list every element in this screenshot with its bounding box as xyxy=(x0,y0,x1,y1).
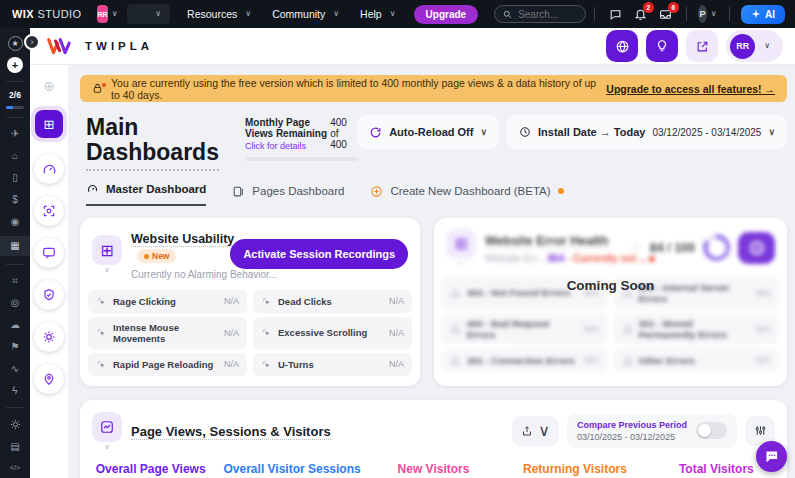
menu-community[interactable]: Community∨ xyxy=(272,8,343,20)
inbox-icon[interactable]: 6 xyxy=(659,8,672,21)
home-icon[interactable]: ⌂ xyxy=(0,148,30,164)
upgrade-button[interactable]: Upgrade xyxy=(414,5,479,24)
export-dropdown[interactable]: ∨ xyxy=(512,416,559,446)
favorites-icon[interactable]: ★ xyxy=(8,36,23,51)
usability-widget-icon[interactable]: ⊞ xyxy=(92,235,122,265)
chevron-down-icon: ∨ xyxy=(245,10,251,18)
upgrade-features-link[interactable]: Upgrade to access all features! → xyxy=(606,83,775,95)
account-menu[interactable]: RR ∨ xyxy=(726,30,783,62)
error-widget-icon: ⊞ xyxy=(446,229,476,259)
menu-resources[interactable]: Resources∨ xyxy=(187,8,255,20)
coming-soon-overlay: Coming Soon xyxy=(434,278,787,293)
metric-returning-visitors[interactable]: Returning Visitors 0 0% xyxy=(504,462,645,478)
date-range-value: 03/12/2025 - 03/14/2025 xyxy=(652,127,761,138)
card-title: Website Usability xyxy=(131,232,234,247)
language-globe-button[interactable] xyxy=(606,30,638,62)
search-bar[interactable] xyxy=(494,5,586,23)
launch-icon[interactable]: ✈ xyxy=(0,126,30,142)
gear-icon xyxy=(42,330,56,344)
nav-performance[interactable] xyxy=(34,154,64,184)
beta-dot-icon xyxy=(558,188,564,194)
user-avatar[interactable]: P xyxy=(698,5,706,23)
wix-studio-logo[interactable]: WIX STUDIO xyxy=(12,8,81,20)
wix-top-bar: WIX STUDIO RR ∨ ∨ Resources∨ Community∨ … xyxy=(0,0,795,28)
studio-logo-text: STUDIO xyxy=(37,8,81,20)
page-header: Main Dashboards Monthly Page Views Remai… xyxy=(80,115,787,171)
date-range-picker[interactable]: Install Date → Today 03/12/2025 - 03/14/… xyxy=(507,115,787,149)
stat-rage-clicking[interactable]: Rage ClickingN/A xyxy=(88,290,247,313)
record-button[interactable] xyxy=(738,232,775,264)
activate-session-recordings-button[interactable]: Activate Session Recordings xyxy=(230,239,408,269)
sidebar-expand-icon[interactable]: › xyxy=(24,34,40,50)
new-badge: New xyxy=(137,249,176,263)
stat-rapid-page-reloading[interactable]: Rapid Page ReloadingN/A xyxy=(88,353,247,376)
chevron-down-icon: ∨ xyxy=(458,260,463,267)
cloud-icon[interactable]: ☁ xyxy=(0,317,30,333)
twipla-app-header: › TWIPLA RR ∨ xyxy=(30,28,795,65)
cursor-click-icon xyxy=(96,359,107,370)
stat-intense-mouse-movements[interactable]: Intense Mouse MovementsN/A xyxy=(88,317,247,349)
compare-toggle[interactable] xyxy=(696,422,727,439)
banner-text: You are currently using the free version… xyxy=(111,77,598,101)
nav-dashboards-active[interactable]: ⊞ xyxy=(31,106,67,142)
workspace-badge[interactable]: RR xyxy=(97,5,107,23)
compare-range: 03/10/2025 - 03/12/2025 xyxy=(577,432,687,442)
dot-icon xyxy=(144,254,149,259)
metric-new-visitors[interactable]: New Visitors 0 0% xyxy=(363,462,504,478)
chevron-down-icon[interactable]: ∨ xyxy=(711,10,717,18)
chevron-down-icon: ∨ xyxy=(104,266,109,273)
divider xyxy=(6,117,24,118)
add-widget-icon[interactable]: ⊕ xyxy=(43,78,55,94)
sales-icon[interactable]: $ xyxy=(0,192,30,208)
nav-privacy[interactable] xyxy=(34,280,64,310)
metric-overall-page-views[interactable]: Overall Page Views 0 0% xyxy=(80,462,221,478)
devices-icon[interactable]: ⌗ xyxy=(0,273,30,289)
menu-help[interactable]: Help∨ xyxy=(360,8,399,20)
metric-overall-visitor-sessions[interactable]: Overall Visitor Sessions 0 0% xyxy=(221,462,362,478)
automations-icon[interactable]: ϟ xyxy=(0,383,30,399)
warning-triangle-icon xyxy=(450,355,461,366)
shield-check-icon xyxy=(42,288,56,302)
error-count: 864 xyxy=(548,253,565,264)
tab-master-dashboard[interactable]: Master Dashboard xyxy=(86,183,206,206)
health-score: 84 / 100 xyxy=(650,241,695,255)
support-chat-button[interactable] xyxy=(756,441,787,472)
nav-settings[interactable] xyxy=(34,322,64,352)
ai-assistant-button[interactable]: AI xyxy=(741,5,785,24)
marketing-flag-icon[interactable]: ⚑ xyxy=(0,339,30,355)
pages-icon[interactable]: ▯ xyxy=(0,170,30,186)
auto-reload-dropdown[interactable]: Auto-Reload Off ∨ xyxy=(357,115,499,149)
nav-location[interactable] xyxy=(34,364,64,394)
chevron-down-icon: ∨ xyxy=(104,443,109,450)
tab-create-new-dashboard[interactable]: Create New Dashboard (BETA) xyxy=(370,185,563,206)
chart-widget-icon[interactable] xyxy=(92,412,122,442)
apps-icon[interactable]: ▦ xyxy=(0,236,30,256)
feedback-icon[interactable] xyxy=(609,8,622,21)
camera-icon[interactable]: ◎ xyxy=(0,295,30,311)
twipla-logo-mark xyxy=(46,37,76,56)
page-title: Main Dashboards xyxy=(86,115,219,171)
chevron-down-icon[interactable]: ∨ xyxy=(112,10,118,18)
wix-side-rail: ★ + 2/6 ✈ ⌂ ▯ $ ◉ ▦ ⌗ ◎ ☁ ⚑ ∿ ϟ ▤ </> xyxy=(0,28,30,478)
dev-mode-icon[interactable]: </> xyxy=(0,461,30,474)
add-icon[interactable]: + xyxy=(7,57,23,73)
quota-label: Monthly Page Views Remaining xyxy=(245,117,330,139)
open-external-button[interactable] xyxy=(686,30,718,62)
stat-excessive-scrolling[interactable]: Excessive ScrollingN/A xyxy=(253,317,412,349)
quota-progress-bar xyxy=(245,157,357,161)
nav-visitor-insights[interactable] xyxy=(34,196,64,226)
stat-u-turns[interactable]: U-TurnsN/A xyxy=(253,353,412,376)
tips-lightbulb-button[interactable] xyxy=(646,30,678,62)
settings-gear-icon[interactable] xyxy=(0,416,30,433)
notifications-bell-icon[interactable]: 2 xyxy=(634,8,647,21)
media-icon[interactable]: ◉ xyxy=(0,214,30,230)
analytics-icon[interactable]: ∿ xyxy=(0,361,30,377)
stat-dead-clicks[interactable]: Dead ClicksN/A xyxy=(253,290,412,313)
quota-details-link[interactable]: Click for details xyxy=(245,141,330,151)
site-selector-dropdown[interactable]: ∨ xyxy=(127,4,170,24)
tab-pages-dashboard[interactable]: Pages Dashboard xyxy=(232,185,344,206)
share-icon xyxy=(521,425,533,437)
nav-communication[interactable] xyxy=(34,238,64,268)
search-input[interactable] xyxy=(518,9,577,20)
content-manager-icon[interactable]: ▤ xyxy=(0,439,30,455)
